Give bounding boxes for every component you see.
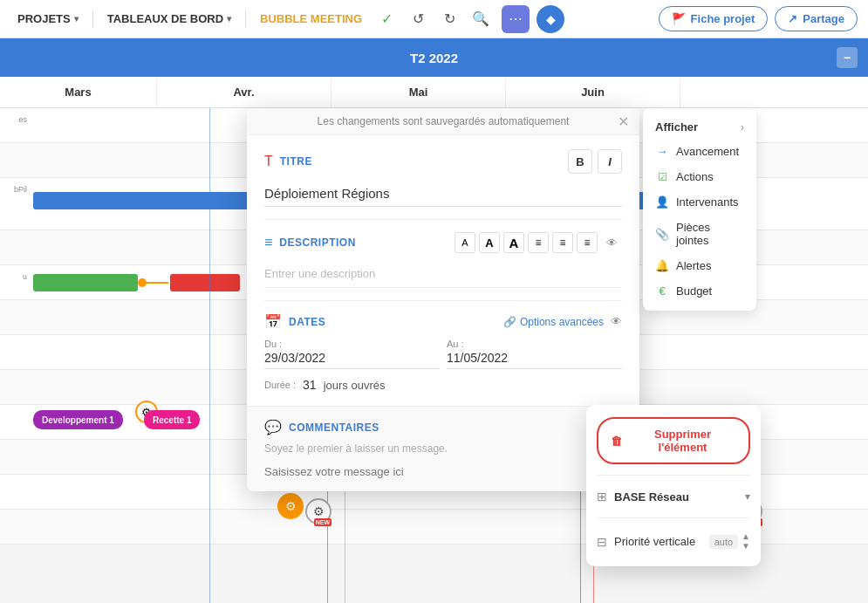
italic-button[interactable]: I [598,149,622,174]
panel-item-pieces[interactable]: 📎 Pièces jointes [643,215,756,253]
new-badge: NEW [314,518,331,526]
redo-icon[interactable]: ↻ [435,5,463,33]
timeline-collapse-button[interactable]: − [837,47,858,68]
font-large-button[interactable]: A [503,232,524,253]
notification-icon[interactable]: ⋯ [502,5,530,33]
autosave-message: Les changements sont sauvegardés automat… [318,115,570,127]
align-center-button[interactable]: ≡ [552,232,573,253]
priority-up-button[interactable]: ▲ [742,532,750,541]
chevron-down-icon-2: ▾ [227,14,231,24]
title-label: TITRE [280,155,312,168]
panel-item-alertes[interactable]: 🔔 Alertes [643,253,756,278]
undo-icon[interactable]: ↺ [404,5,432,33]
priority-row: ⊟ Priorité verticale auto ▲ ▼ [597,529,750,554]
priority-value: auto [709,535,738,549]
nav-right: 🚩 Fiche projet ↗ Partage [659,6,858,31]
nav-bubble-label: BUBBLE MEETING [260,12,362,25]
vline-blue [209,108,210,603]
dates-icon: 📅 [264,313,282,330]
comments-icon: 💬 [264,419,282,435]
gear-icon-orange[interactable]: ⚙ [277,493,304,519]
chevron-down-icon: ▾ [74,14,79,24]
eye-icon[interactable]: 👁 [601,232,622,253]
delete-label: Supprimer l'élément [629,428,736,454]
comments-header: 💬 COMMENTAIRES [264,419,622,435]
bar-recette[interactable]: Recette 1 [144,410,200,429]
popup-divider-2 [597,517,750,518]
delete-button[interactable]: 🗑 Supprimer l'élément [597,417,750,464]
title-toolbar: B I [568,149,622,174]
right-panel-expand-icon[interactable]: › [741,121,744,134]
intervenants-icon: 👤 [655,195,669,209]
dates-options-button[interactable]: 🔗 Options avancées [503,316,604,328]
row-label-1: es [0,115,31,124]
link-icon: 🔗 [503,316,516,328]
panel-item-budget[interactable]: € Budget [643,278,756,304]
desc-placeholder[interactable]: Entrer une description [264,260,622,288]
fiche-projet-label: Fiche projet [691,12,755,25]
bar-red-1[interactable] [170,274,240,291]
comment-input[interactable] [264,465,622,478]
connector-dot-1 [138,278,147,287]
font-medium-button[interactable]: A [479,232,500,253]
comments-section: 💬 COMMENTAIRES Soyez le premier à laisse… [247,406,639,491]
desc-section-header: ≡ DESCRIPTION A A A ≡ ≡ ≡ 👁 [264,232,622,253]
nav-tableaux[interactable]: TABLEAUX DE BORD ▾ [100,9,238,29]
actions-label: Actions [676,170,714,183]
priority-stepper: auto ▲ ▼ [709,532,750,551]
base-row: ⊞ BASE Réseau ▾ [597,486,750,507]
date-to-value[interactable]: 11/05/2022 [447,351,622,369]
desc-icon: ≡ [264,235,272,250]
panel-item-intervenants[interactable]: 👤 Intervenants [643,189,756,215]
priority-label: Priorité verticale [614,535,702,548]
row-label-5: u [0,272,31,281]
check-icon[interactable]: ✓ [372,5,400,33]
panel-item-avancement[interactable]: → Avancement [643,139,756,164]
search-icon[interactable]: 🔍 [467,5,495,33]
gear-icon-gray[interactable]: ⚙ NEW [305,498,331,524]
popup-divider-1 [597,475,750,476]
title-input[interactable] [264,181,622,207]
title-divider [264,219,622,220]
nav-separator-1 [92,10,93,28]
partage-label: Partage [803,12,844,25]
fiche-projet-button[interactable]: 🚩 Fiche projet [659,6,769,31]
priority-icon: ⊟ [597,535,607,549]
month-avr: Avr. [157,77,331,107]
alertes-label: Alertes [676,259,711,272]
diamond-icon: ◆ [537,5,564,33]
bar-green-1[interactable] [33,274,138,291]
nav-tableaux-label: TABLEAUX DE BORD [107,12,223,25]
priority-down-button[interactable]: ▼ [742,542,750,551]
font-small-button[interactable]: A [455,232,475,253]
month-mai: Mai [331,77,506,107]
base-chevron-icon[interactable]: ▾ [745,490,750,503]
row-label-3: bPil [0,185,31,194]
recette-label: Recette 1 [153,415,191,425]
date-from-label: Du : [264,339,440,349]
bar-dev[interactable]: Developpement 1 [33,410,123,429]
align-left-button[interactable]: ≡ [528,232,549,253]
partage-button[interactable]: ↗ Partage [775,6,858,31]
align-right-button[interactable]: ≡ [577,232,598,253]
modal-autosave-bar: Les changements sont sauvegardés automat… [247,108,639,135]
base-select[interactable]: BASE Réseau [614,490,738,504]
intervenants-label: Intervenants [676,195,739,209]
table-icon: ⊞ [597,490,607,504]
navbar: PROJETS ▾ TABLEAUX DE BORD ▾ BUBBLE MEET… [0,0,868,38]
date-to-label: Au : [447,339,622,349]
dates-label: DATES [289,316,325,328]
gantt-area: T2 2022 − Mars Avr. Mai Juin es bPil [0,38,868,603]
panel-item-actions[interactable]: ☑ Actions [643,164,756,189]
duree-row: Durée : 31 jours ouvrés [264,378,622,392]
date-from-value[interactable]: 29/03/2022 [264,351,440,369]
desc-divider [264,300,622,301]
base-label: BASE Réseau [614,490,689,504]
dates-eye-icon[interactable]: 👁 [611,315,622,328]
bold-button[interactable]: B [568,149,592,174]
month-row: Mars Avr. Mai Juin [0,77,868,108]
actions-popup: 🗑 Supprimer l'élément ⊞ BASE Réseau ▾ ⊟ … [586,405,761,566]
nav-bubble[interactable]: BUBBLE MEETING [253,9,369,29]
modal-close-button[interactable]: ✕ [618,113,629,130]
nav-projets[interactable]: PROJETS ▾ [10,9,85,29]
